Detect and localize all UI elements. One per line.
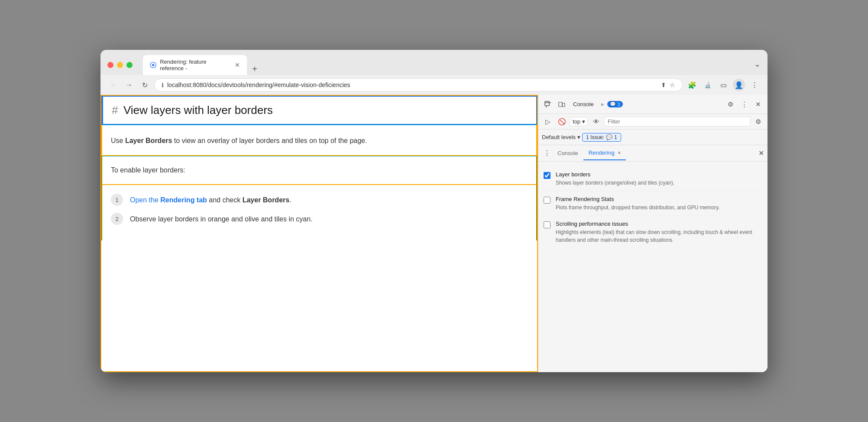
console-tab-label[interactable]: Console xyxy=(570,101,597,107)
eye-icon[interactable]: 👁 xyxy=(590,116,602,128)
enable-section: To enable layer borders: xyxy=(101,156,537,185)
back-button[interactable]: ← xyxy=(107,79,120,91)
scrolling-perf-title: Scrolling performance issues xyxy=(556,221,762,227)
levels-dropdown-icon: ▾ xyxy=(577,134,580,140)
more-options-icon[interactable]: ⋮ xyxy=(738,98,750,110)
frame-rendering-title: Frame Rendering Stats xyxy=(556,196,762,202)
heading-hash: # xyxy=(112,104,118,117)
default-levels-dropdown[interactable]: Default levels ▾ xyxy=(542,134,580,140)
rendering-options-list: Layer borders Shows layer borders (orang… xyxy=(538,162,768,372)
tab-close-button[interactable]: ✕ xyxy=(235,62,240,68)
play-icon[interactable]: ▷ xyxy=(542,116,554,128)
option-frame-rendering: Frame Rendering Stats Plots frame throug… xyxy=(544,192,762,216)
devtools-panel: Console » 💬 1 ⚙ ⋮ ✕ ▷ 🚫 top ▾ xyxy=(538,95,768,372)
page-content: # View layers with layer borders Use Lay… xyxy=(100,95,538,372)
bold-layer-borders: Layer Borders xyxy=(125,137,172,144)
inspect-element-icon[interactable] xyxy=(542,98,554,110)
svg-rect-2 xyxy=(545,101,549,106)
content-para: Use Layer Borders to view an overlay of … xyxy=(111,135,528,146)
step-number-2: 2 xyxy=(111,213,123,225)
devtools-third-row: Default levels ▾ 1 Issue: 💬 1 xyxy=(538,130,768,145)
issue-label: 1 Issue: xyxy=(586,134,604,140)
layer-borders-checkbox[interactable] xyxy=(544,172,551,179)
filter-input[interactable] xyxy=(604,117,750,127)
rendering-tab-link[interactable]: Open the Rendering tab xyxy=(130,196,207,204)
traffic-lights xyxy=(107,62,133,68)
close-devtools-button[interactable]: ✕ xyxy=(752,98,764,110)
frame-rendering-checkbox[interactable] xyxy=(544,197,551,204)
step-text-2: Observe layer borders in orange and oliv… xyxy=(130,213,313,224)
close-traffic-light[interactable] xyxy=(107,62,113,68)
layer-borders-title: Layer borders xyxy=(556,171,762,178)
devtools-header: Console » 💬 1 ⚙ ⋮ ✕ xyxy=(538,95,768,114)
url-text: localhost:8080/docs/devtools/rendering/#… xyxy=(167,81,657,88)
reload-button[interactable]: ↻ xyxy=(139,79,151,91)
address-bar[interactable]: ℹ localhost:8080/docs/devtools/rendering… xyxy=(154,78,683,91)
new-tab-button[interactable]: + xyxy=(249,63,261,75)
heading-text: View layers with layer borders xyxy=(123,104,273,117)
main-area: # View layers with layer borders Use Lay… xyxy=(100,95,768,372)
profile-icon[interactable]: 👤 xyxy=(733,79,745,91)
more-tabs-button[interactable]: » xyxy=(599,101,606,107)
forward-button[interactable]: → xyxy=(123,79,135,91)
step-1: 1 Open the Rendering tab and check Layer… xyxy=(111,194,528,206)
top-dropdown[interactable]: top ▾ xyxy=(570,117,588,126)
rendering-tab-label: Rendering xyxy=(589,149,615,156)
scrolling-perf-checkbox[interactable] xyxy=(544,221,551,228)
content-para-section: Use Layer Borders to view an overlay of … xyxy=(101,125,537,156)
tabs-more-icon[interactable]: ⋮ xyxy=(542,147,552,159)
steps-section: 1 Open the Rendering tab and check Layer… xyxy=(101,185,537,240)
extensions-icon[interactable]: 🧩 xyxy=(686,79,698,91)
default-levels-label: Default levels xyxy=(542,134,576,140)
devtools-tabs-row: ⋮ Console Rendering × ✕ xyxy=(538,145,768,162)
frame-rendering-content: Frame Rendering Stats Plots frame throug… xyxy=(556,196,762,211)
step-2: 2 Observe layer borders in orange and ol… xyxy=(111,213,528,225)
devtools-second-row: ▷ 🚫 top ▾ 👁 ⚙ xyxy=(538,114,768,130)
info-icon: ℹ xyxy=(162,82,164,88)
filter-settings-icon[interactable]: ⚙ xyxy=(752,116,764,128)
svg-point-1 xyxy=(152,64,155,66)
settings-gear-icon[interactable]: ⚙ xyxy=(724,98,736,110)
issue-icon: 💬 xyxy=(606,134,612,140)
layer-borders-desc: Shows layer borders (orange/olive) and t… xyxy=(556,179,762,187)
enable-para: To enable layer borders: xyxy=(111,165,528,176)
minimize-traffic-light[interactable] xyxy=(117,62,123,68)
share-icon[interactable]: ⬆ xyxy=(661,81,666,88)
page-inner: # View layers with layer borders Use Lay… xyxy=(101,96,537,240)
scrolling-perf-desc: Highlights elements (teal) that can slow… xyxy=(556,228,762,244)
cyan-border xyxy=(102,125,536,125)
svg-rect-5 xyxy=(559,102,562,107)
browser-window: Rendering: feature reference - ✕ + ⌄ ← →… xyxy=(100,50,768,372)
issue-count-badge[interactable]: 1 Issue: 💬 1 xyxy=(582,133,621,142)
close-panel-button[interactable]: ✕ xyxy=(758,149,764,157)
devtools-toolbar-right: ⚙ ⋮ ✕ xyxy=(724,98,764,110)
block-icon[interactable]: 🚫 xyxy=(556,116,568,128)
address-bar-row: ← → ↻ ℹ localhost:8080/docs/devtools/ren… xyxy=(100,75,768,95)
tab-title: Rendering: feature reference - xyxy=(160,58,231,71)
badge-count: 1 xyxy=(618,102,620,107)
rendering-tab-close[interactable]: × xyxy=(618,150,621,156)
profile-extension-icon[interactable]: 🔬 xyxy=(702,79,714,91)
issue-count: 1 xyxy=(614,134,617,140)
more-menu-icon[interactable]: ⋮ xyxy=(748,79,761,91)
chrome-tab-icon xyxy=(150,62,156,68)
window-controls: ⌄ xyxy=(754,59,761,71)
maximize-traffic-light[interactable] xyxy=(126,62,133,68)
tab-rendering[interactable]: Rendering × xyxy=(583,146,626,160)
dropdown-icon: ▾ xyxy=(582,118,585,125)
tab-console[interactable]: Console xyxy=(552,146,583,160)
address-right-icons: ⬆ ☆ xyxy=(661,81,675,88)
split-screen-icon[interactable]: ▭ xyxy=(717,79,729,91)
heading-section: # View layers with layer borders xyxy=(101,96,537,125)
title-bar: Rendering: feature reference - ✕ + ⌄ xyxy=(100,50,768,75)
step-number-1: 1 xyxy=(111,194,123,206)
bookmark-icon[interactable]: ☆ xyxy=(670,81,675,88)
step-text-1: Open the Rendering tab and check Layer B… xyxy=(130,194,291,205)
toolbar-icons: 🧩 🔬 ▭ 👤 ⋮ xyxy=(686,79,761,91)
device-toggle-icon[interactable] xyxy=(556,98,568,110)
active-tab[interactable]: Rendering: feature reference - ✕ xyxy=(143,55,247,75)
scrolling-perf-content: Scrolling performance issues Highlights … xyxy=(556,221,762,244)
badge-icon: 💬 xyxy=(610,101,616,107)
chevron-down-icon[interactable]: ⌄ xyxy=(754,59,761,69)
issue-badge[interactable]: 💬 1 xyxy=(607,101,623,107)
